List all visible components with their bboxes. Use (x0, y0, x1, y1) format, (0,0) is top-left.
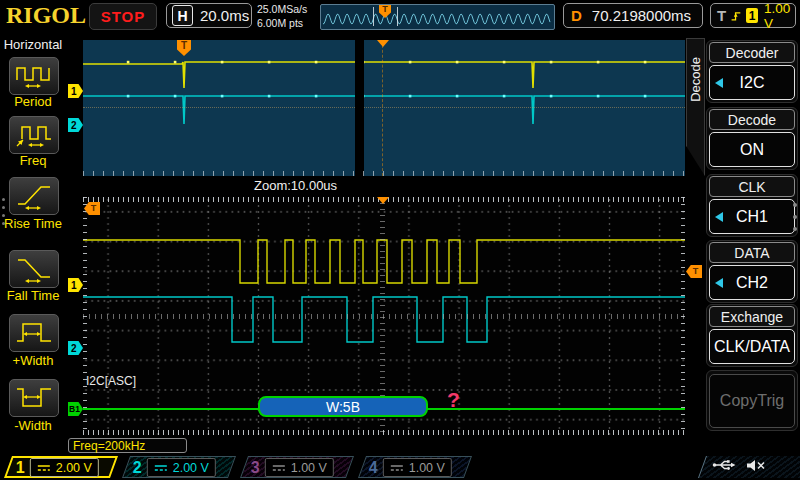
rising-edge-icon (730, 8, 742, 24)
trigger-position-dashed-line (382, 40, 383, 176)
delay-value: 70.2198000ms (592, 7, 691, 24)
channel-status-bar: 1 2.00 V 2 2.00 V (0, 455, 800, 480)
channel-4-scale: 1.00 V (409, 460, 445, 474)
delay-readout: D 70.2198000ms (563, 3, 703, 28)
horizontal-timebase-readout: H 20.0ms (166, 3, 252, 28)
chevron-left-icon (715, 78, 723, 88)
copytrig-button-disabled: CopyTrig (709, 374, 795, 428)
zoom-bottom-ruler (83, 430, 685, 435)
trigger-level-flag: T (686, 265, 702, 278)
measure-menu: Horizontal Period Freq (0, 33, 67, 480)
overview-ch2-marker: 2 (68, 118, 83, 132)
minus-width-icon (14, 383, 54, 413)
measure-nwidth-button[interactable] (9, 379, 59, 417)
measure-pwidth-label: +Width (0, 353, 66, 368)
clk-select-button[interactable]: CH1 (709, 199, 795, 234)
trigger-level-value: 1.00 V (764, 1, 795, 31)
data-select-button[interactable]: CH2 (709, 265, 795, 300)
sample-rate: 25.0MSa/s (257, 2, 315, 16)
menu-page-dot (793, 227, 797, 231)
i2c-packet-box: W:5B (258, 396, 428, 417)
rise-time-icon (14, 181, 54, 211)
coupling-icon (390, 463, 404, 471)
decode-onoff-button[interactable]: ON (709, 132, 795, 167)
trigger-readout: T 1 1.00 V (710, 3, 796, 28)
channel-4-number: 4 (369, 458, 378, 476)
chevron-left-icon (715, 278, 723, 288)
measure-fall-time-button[interactable] (9, 250, 59, 288)
menu-page-dot (2, 222, 5, 225)
measure-rise-time-label: Rise Time (0, 216, 66, 231)
exchange-button[interactable]: CLK/DATA (709, 329, 795, 364)
overview-ch1-marker: 1 (68, 84, 83, 98)
clk-group: CLK CH1 (706, 174, 798, 237)
measure-pwidth-button[interactable] (9, 314, 59, 352)
decode-tab-label: Decode (688, 57, 703, 102)
clk-value: CH1 (736, 208, 768, 226)
decode-menu-tab[interactable]: Decode (686, 38, 705, 176)
decode-error-mark: ? (447, 388, 460, 412)
soft-menu-panel: Decode T Decoder I2C Decode ON CLK CH1 (686, 33, 800, 480)
channel-1-number: 1 (16, 458, 25, 476)
center-marker-triangle (377, 40, 389, 47)
trigger-level-dotted-line (83, 107, 685, 108)
exchange-group: Exchange CLK/DATA (706, 304, 798, 367)
waveform-thumbnail: T (320, 4, 555, 30)
measure-freq-button[interactable] (9, 116, 59, 154)
channel-2-number: 2 (133, 458, 142, 476)
channel-2-tab[interactable]: 2 2.00 V (122, 456, 236, 478)
oscilloscope-screen: RIGOL STOP H 20.0ms 25.0MSa/s 6.00M pts … (0, 0, 800, 480)
overview-tick-ruler (83, 171, 685, 176)
t-badge: T (717, 7, 726, 24)
channel-4-tab[interactable]: 4 1.00 V (358, 456, 472, 478)
copytrig-value: CopyTrig (720, 392, 784, 410)
zoom-scale-label: Zoom:10.00us (254, 178, 337, 193)
data-group: DATA CH2 (706, 240, 798, 303)
run-state-indicator: STOP (89, 3, 157, 30)
exchange-value: CLK/DATA (714, 338, 790, 356)
menu-page-dot (2, 214, 5, 217)
menu-page-dot (2, 198, 5, 201)
fall-time-icon (14, 254, 54, 284)
measure-rise-time-button[interactable] (9, 177, 59, 215)
bus1-marker: B1 (68, 402, 83, 416)
decoder-select-button[interactable]: I2C (709, 65, 795, 100)
zoom-ch1-marker: 1 (68, 278, 83, 292)
clk-header: CLK (709, 176, 795, 197)
decode-onoff-header: Decode (709, 109, 795, 130)
decode-onoff-value: ON (740, 141, 764, 159)
channel-1-scale: 2.00 V (56, 460, 92, 474)
exchange-header: Exchange (709, 306, 795, 327)
coupling-icon (154, 463, 168, 471)
decode-onoff-group: Decode ON (706, 107, 798, 170)
overview-traces (83, 40, 685, 176)
usb-icon (712, 458, 738, 472)
data-value: CH2 (736, 274, 768, 292)
channel-3-number: 3 (251, 458, 260, 476)
h-badge: H (172, 5, 193, 26)
center-horizontal-ticks (83, 314, 685, 319)
coupling-icon (272, 463, 286, 471)
measure-menu-title: Horizontal (0, 37, 66, 52)
bus-decode-label: I2C[ASC] (86, 374, 136, 388)
zoom-region-band (355, 40, 364, 176)
memory-depth: 6.00M pts (257, 16, 315, 30)
channel-3-scale: 1.00 V (291, 460, 327, 474)
d-badge: D (571, 7, 582, 24)
channel-1-tab[interactable]: 1 2.00 V (4, 456, 118, 478)
center-marker-triangle (377, 197, 389, 204)
timebase-value: 20.0ms (200, 7, 249, 24)
speaker-muted-icon (746, 459, 766, 472)
measure-period-label: Period (0, 94, 66, 109)
menu-page-dot (793, 215, 797, 219)
measure-period-button[interactable] (9, 57, 59, 95)
top-status-bar: RIGOL STOP H 20.0ms 25.0MSa/s 6.00M pts … (0, 0, 800, 34)
zoom-left-ruler (83, 197, 87, 435)
trigger-source-badge: 1 (746, 8, 758, 23)
frequency-counter: Freq=200kHz (68, 438, 187, 453)
channel-3-tab[interactable]: 3 1.00 V (240, 456, 354, 478)
decoder-group: Decoder I2C (706, 40, 798, 103)
decoder-value: I2C (740, 74, 765, 92)
menu-page-dot (2, 206, 5, 209)
coupling-icon (37, 463, 51, 471)
